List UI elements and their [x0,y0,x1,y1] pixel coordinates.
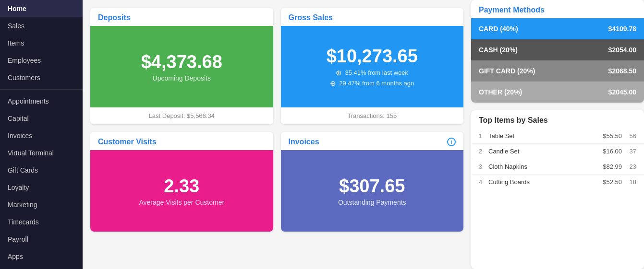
invoices-subtitle: Outstanding Payments [338,199,406,206]
top-items-card: Top Items by Sales 1 Table Set $55.50 56… [471,110,644,269]
deposits-card: Deposits $4,373.68 Upcoming Deposits Las… [90,8,273,124]
pm-label-other: OTHER (20%) [479,88,522,96]
customer-visits-amount: 2.33 [164,176,199,197]
pm-value-cash: $2054.00 [608,46,636,54]
sidebar-item-apps[interactable]: Apps [0,248,83,265]
payment-methods-title: Payment Methods [471,0,644,18]
ti-price-3: $82.99 [588,163,622,170]
payment-methods-card: Payment Methods CARD (40%) $4109.78 CASH… [471,0,644,103]
ti-price-4: $52.50 [588,178,622,186]
sidebar-item-invoices[interactable]: Invoices [0,127,83,144]
ti-rank-2: 2 [479,148,488,155]
pm-row-card: CARD (40%) $4109.78 [471,18,644,39]
sidebar-item-loyalty[interactable]: Loyalty [0,179,83,196]
gross-sales-stat1: ⊕ 35.41% from last week [336,69,408,77]
ti-rank-3: 3 [479,163,488,170]
pm-value-card: $4109.78 [608,25,636,33]
sidebar-item-timecards[interactable]: Timecards [0,213,83,231]
plus-icon-1: ⊕ [336,69,342,77]
customer-visits-title: Customer Visits [90,132,273,150]
customer-visits-colored-section: 2.33 Average Visits per Customer [90,150,273,232]
pm-label-cash: CASH (20%) [479,46,518,54]
invoices-card: Invoices i $307.65 Outstanding Payments [281,132,464,232]
ti-count-4: 18 [622,178,636,186]
sidebar-item-online-store[interactable]: Online Store [0,265,83,269]
gross-sales-stat2: ⊕ 29.47% from 6 months ago [330,79,414,88]
ti-name-1: Table Set [488,132,588,140]
ti-rank-1: 1 [479,132,488,140]
pm-row-other: OTHER (20%) $2045.00 [471,82,644,103]
top-items-title: Top Items by Sales [471,110,644,129]
deposits-amount: $4,373.68 [141,52,222,72]
sidebar-item-home[interactable]: Home [0,0,83,17]
deposits-subtitle: Upcoming Deposits [153,74,211,82]
pm-value-other: $2045.00 [608,88,636,96]
customer-visits-card: Customer Visits 2.33 Average Visits per … [90,132,273,232]
ti-name-2: Candle Set [488,148,588,155]
sidebar-item-sales[interactable]: Sales [0,17,83,35]
ti-price-1: $55.50 [588,132,622,140]
sidebar-item-items[interactable]: Items [0,35,83,52]
deposits-title: Deposits [90,8,273,26]
sidebar-item-payroll[interactable]: Payroll [0,231,83,248]
sidebar: Home Sales Items Employees Customers App… [0,0,83,269]
ti-price-2: $16.00 [588,148,622,155]
invoices-amount: $307.65 [339,176,405,197]
sidebar-item-gift-cards[interactable]: Gift Cards [0,162,83,179]
sidebar-item-virtual-terminal[interactable]: Virtual Terminal [0,144,83,162]
ti-name-4: Cutting Boards [488,178,588,186]
ti-name-3: Cloth Napkins [488,163,588,170]
ti-count-1: 56 [622,132,636,140]
main-content: Deposits $4,373.68 Upcoming Deposits Las… [83,0,471,269]
ti-count-2: 37 [622,148,636,155]
pm-label-gift: GIFT CARD (20%) [479,67,535,75]
sidebar-item-employees[interactable]: Employees [0,52,83,69]
right-panel: Payment Methods CARD (40%) $4109.78 CASH… [471,0,644,269]
pm-label-card: CARD (40%) [479,25,518,33]
ti-rank-4: 4 [479,178,488,186]
top-row: Deposits $4,373.68 Upcoming Deposits Las… [90,8,463,124]
pm-value-gift: $2068.50 [608,67,636,75]
deposits-colored-section: $4,373.68 Upcoming Deposits [90,26,273,107]
table-row: 4 Cutting Boards $52.50 18 [471,175,644,189]
deposits-footer: Last Deposit: $5,566.34 [90,107,273,124]
table-row: 1 Table Set $55.50 56 [471,129,644,144]
customer-visits-subtitle: Average Visits per Customer [139,199,224,206]
gross-sales-card: Gross Sales $10,273.65 ⊕ 35.41% from las… [281,8,464,124]
sidebar-item-customers[interactable]: Customers [0,69,83,86]
table-row: 3 Cloth Napkins $82.99 23 [471,159,644,175]
gross-sales-amount: $10,273.65 [327,46,418,67]
pm-row-cash: CASH (20%) $2054.00 [471,39,644,60]
invoices-colored-section: $307.65 Outstanding Payments [281,150,464,232]
ti-count-3: 23 [622,163,636,170]
gross-sales-colored-section: $10,273.65 ⊕ 35.41% from last week ⊕ 29.… [281,26,464,107]
gross-sales-footer: Transactions: 155 [281,107,464,124]
invoices-header-row: Invoices i [281,132,464,150]
invoices-title: Invoices [289,138,319,146]
plus-icon-2: ⊕ [330,79,336,88]
sidebar-item-appointments[interactable]: Appointments [0,93,83,110]
table-row: 2 Candle Set $16.00 37 [471,144,644,159]
sidebar-item-marketing[interactable]: Marketing [0,196,83,213]
gross-sales-title: Gross Sales [281,8,464,26]
pm-row-gift: GIFT CARD (20%) $2068.50 [471,60,644,82]
invoices-info-icon[interactable]: i [447,138,456,146]
sidebar-item-capital[interactable]: Capital [0,110,83,127]
bottom-row: Customer Visits 2.33 Average Visits per … [90,132,463,232]
